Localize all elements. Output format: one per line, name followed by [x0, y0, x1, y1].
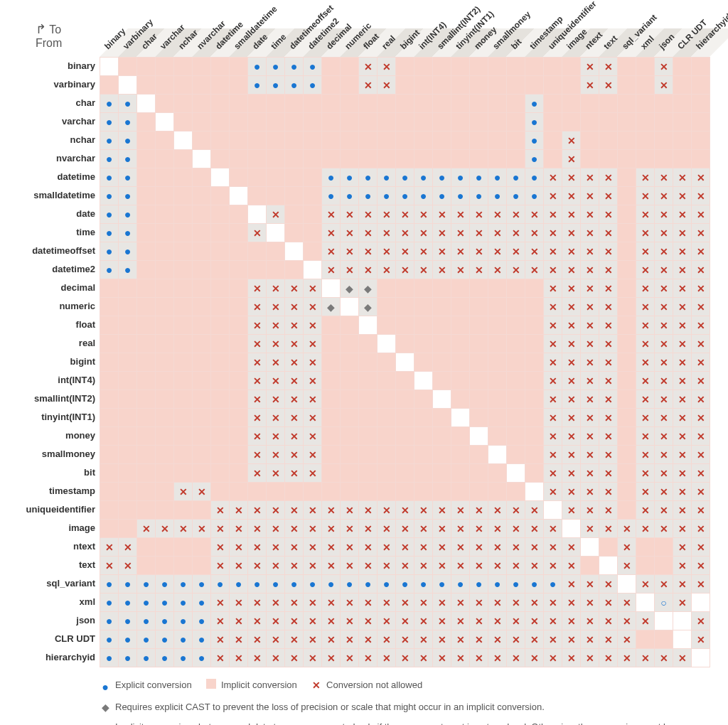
matrix-cell: [396, 372, 414, 390]
matrix-cell: [378, 298, 396, 316]
matrix-cell: ✕: [692, 575, 710, 594]
matrix-cell: [581, 131, 599, 150]
matrix-cell: ✕: [618, 612, 636, 630]
matrix-cell: [451, 113, 470, 131]
matrix-cell: [451, 409, 470, 427]
matrix-cell: ✕: [636, 446, 655, 464]
matrix-cell: ✕: [581, 594, 599, 612]
matrix-cell: ✕: [673, 594, 692, 612]
legend-not-allowed: Conversion not allowed: [326, 677, 422, 693]
row-header: smalldatetime: [7, 186, 100, 205]
matrix-cell: [193, 390, 211, 409]
matrix-cell: ✕: [544, 242, 562, 261]
matrix-cell: ✕: [359, 520, 378, 538]
matrix-cell: ●: [174, 594, 193, 612]
matrix-cell: [211, 113, 230, 131]
matrix-cell: ✕: [230, 501, 248, 520]
matrix-cell: [174, 205, 193, 224]
matrix-cell: ✕: [655, 187, 673, 205]
matrix-cell: [433, 95, 451, 113]
matrix-cell: ✕: [488, 594, 507, 612]
matrix-cell: ✕: [378, 649, 396, 667]
matrix-cell: ●: [414, 168, 433, 187]
matrix-cell: ✕: [618, 520, 636, 538]
matrix-cell: ✕: [599, 575, 618, 594]
matrix-cell: [507, 446, 525, 464]
matrix-cell: [433, 353, 451, 372]
matrix-cell: ✕: [230, 520, 248, 538]
matrix-cell: [137, 95, 156, 113]
matrix-cell: [285, 187, 304, 205]
matrix-cell: [396, 298, 414, 316]
matrix-cell: ✕: [544, 538, 562, 557]
matrix-cell: [470, 353, 488, 372]
matrix-cell: [322, 372, 341, 390]
matrix-cell: [211, 58, 230, 76]
matrix-cell: [100, 353, 119, 372]
row-header: decimal: [7, 279, 100, 297]
matrix-cell: ✕: [581, 168, 599, 187]
matrix-cell: ✕: [618, 538, 636, 557]
matrix-cell: [304, 483, 322, 501]
matrix-cell: ✕: [544, 464, 562, 483]
matrix-cell: [414, 76, 433, 95]
matrix-cell: ✕: [451, 224, 470, 242]
matrix-cell: [655, 557, 673, 575]
matrix-cell: [156, 131, 174, 150]
matrix-cell: [433, 483, 451, 501]
matrix-cell: ✕: [655, 261, 673, 279]
matrix-cell: [451, 131, 470, 150]
matrix-cell: ✕: [322, 501, 341, 520]
matrix-cell: [488, 298, 507, 316]
matrix-cell: ●: [119, 168, 137, 187]
matrix-cell: ✕: [341, 594, 359, 612]
matrix-cell: ✕: [378, 557, 396, 575]
matrix-cell: [378, 464, 396, 483]
matrix-cell: ✕: [562, 501, 581, 520]
matrix-cell: [378, 150, 396, 168]
matrix-cell: ✕: [433, 594, 451, 612]
matrix-cell: [137, 409, 156, 427]
matrix-cell: [322, 446, 341, 464]
matrix-cell: [341, 150, 359, 168]
matrix-cell: ✕: [396, 261, 414, 279]
matrix-cell: ✕: [248, 316, 267, 335]
matrix-cell: [470, 58, 488, 76]
matrix-cell: ✕: [692, 205, 710, 224]
matrix-cell: ✕: [544, 409, 562, 427]
matrix-cell: ✕: [673, 649, 692, 667]
matrix-cell: [174, 298, 193, 316]
matrix-cell: [156, 316, 174, 335]
matrix-cell: ✕: [378, 242, 396, 261]
matrix-cell: [267, 242, 285, 261]
matrix-cell: ✕: [692, 409, 710, 427]
matrix-cell: [156, 335, 174, 353]
matrix-cell: ✕: [285, 501, 304, 520]
matrix-cell: ✕: [599, 76, 618, 95]
matrix-cell: ●: [525, 95, 544, 113]
row-header: binary: [7, 57, 100, 75]
matrix-cell: [488, 58, 507, 76]
matrix-cell: ✕: [285, 353, 304, 372]
matrix-cell: ✕: [211, 594, 230, 612]
matrix-cell: ✕: [341, 224, 359, 242]
matrix-cell: [248, 113, 267, 131]
matrix-cell: ✕: [304, 538, 322, 557]
matrix-cell: ●: [100, 630, 119, 649]
matrix-cell: [119, 316, 137, 335]
matrix-cell: ✕: [692, 464, 710, 483]
matrix-cell: ✕: [525, 261, 544, 279]
matrix-cell: ●: [470, 187, 488, 205]
matrix-cell: [618, 76, 636, 95]
matrix-cell: ✕: [248, 409, 267, 427]
matrix-cell: ✕: [285, 538, 304, 557]
matrix-cell: [470, 427, 488, 446]
row-header: float: [7, 316, 100, 334]
matrix-cell: ✕: [599, 58, 618, 76]
matrix-cell: ✕: [267, 464, 285, 483]
matrix-cell: [414, 279, 433, 298]
matrix-cell: ✕: [451, 538, 470, 557]
matrix-cell: ✕: [470, 205, 488, 224]
row-header: hierarchyid: [7, 648, 100, 667]
matrix-cell: ✕: [618, 630, 636, 649]
